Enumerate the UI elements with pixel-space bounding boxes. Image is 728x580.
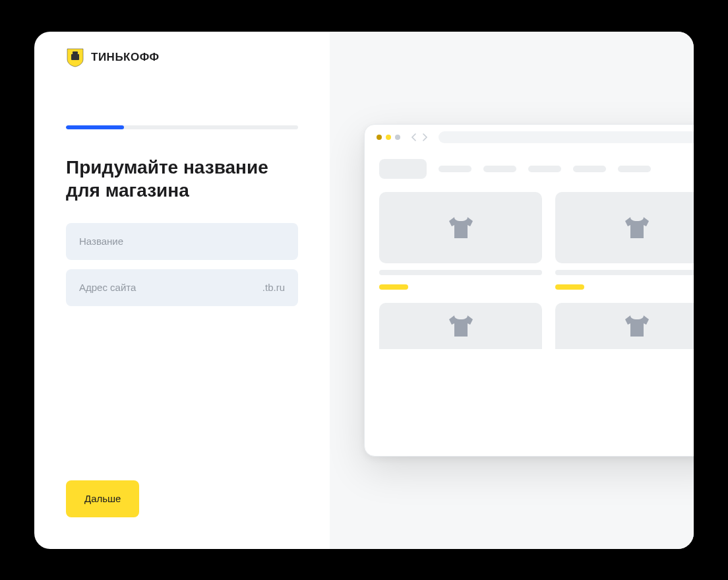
chevron-left-icon [410,133,419,142]
url-suffix: .tb.ru [262,282,285,293]
category-tab-placeholder [618,166,651,172]
browser-toolbar [365,125,694,150]
product-card-placeholder [379,192,542,263]
brand-name: ТИНЬКОФФ [91,51,160,64]
product-grid [379,192,694,349]
category-tab-placeholder [483,166,516,172]
category-tab-placeholder [573,166,606,172]
svg-rect-1 [73,51,78,54]
browser-mockup [364,124,694,457]
price-placeholder [555,284,584,290]
price-placeholder [379,284,408,290]
shield-icon [66,48,84,67]
progress-bar [66,125,298,129]
category-tab-placeholder [528,166,561,172]
category-tab-placeholder [439,166,471,172]
nav-arrows [410,133,429,142]
tshirt-icon [445,212,477,243]
preview-panel [330,32,694,549]
product-card-placeholder [379,303,542,349]
tshirt-icon [621,212,653,243]
form-panel: ТИНЬКОФФ Придумайте название для магазин… [34,32,330,549]
chevron-right-icon [420,133,429,142]
store-url-input[interactable] [79,282,262,293]
text-placeholder [555,270,694,275]
store-name-field-wrapper[interactable] [66,223,298,260]
store-url-field-wrapper[interactable]: .tb.ru [66,269,298,306]
text-placeholder [379,270,542,275]
url-bar-placeholder [439,131,694,143]
brand-logo: ТИНЬКОФФ [66,48,298,67]
category-tabs [379,159,694,179]
setup-wizard-modal: ТИНЬКОФФ Придумайте название для магазин… [34,32,694,549]
step-heading: Придумайте название для магазина [66,156,298,202]
progress-fill [66,125,124,129]
tshirt-icon [621,310,653,342]
product-card-placeholder [555,192,694,263]
product-card-placeholder [555,303,694,349]
tshirt-icon [445,310,477,342]
next-button[interactable]: Дальше [66,480,139,517]
traffic-lights-icon [377,135,400,140]
browser-body [365,150,694,456]
category-tab-placeholder [379,159,427,179]
svg-rect-0 [71,54,79,60]
store-name-input[interactable] [79,236,285,247]
